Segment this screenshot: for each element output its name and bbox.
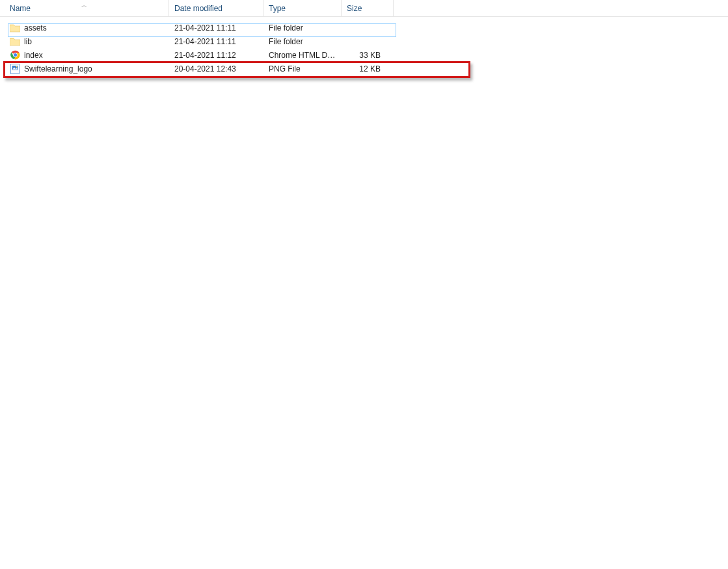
file-name: index [24, 51, 43, 60]
file-name: Swiftelearning_logo [24, 64, 92, 73]
file-row[interactable]: lib 21-04-2021 11:11 File folder [0, 34, 728, 48]
column-header-date-label: Date modified [174, 4, 222, 13]
file-row[interactable]: index 21-04-2021 11:12 Chrome HTML Do… 3… [0, 48, 728, 62]
file-type: File folder [263, 37, 342, 46]
column-header-size[interactable]: Size [342, 0, 394, 16]
column-header-date[interactable]: Date modified [169, 0, 263, 16]
chrome-icon [10, 50, 20, 60]
column-header-name[interactable]: Name ︿ [0, 0, 169, 16]
column-header-name-label: Name [10, 4, 31, 13]
file-list: assets 21-04-2021 11:11 File folder lib … [0, 17, 728, 75]
file-row[interactable]: assets 21-04-2021 11:11 File folder [0, 21, 728, 34]
file-type: PNG File [263, 64, 342, 73]
file-size: 33 KB [342, 51, 394, 60]
file-type: Chrome HTML Do… [263, 51, 342, 60]
file-date: 21-04-2021 11:12 [169, 51, 263, 60]
file-size: 12 KB [342, 64, 394, 73]
folder-icon [10, 36, 20, 47]
column-header-row: Name ︿ Date modified Type Size [0, 0, 728, 17]
file-name: lib [24, 37, 32, 46]
column-header-type-label: Type [269, 4, 286, 13]
file-date: 20-04-2021 12:43 [169, 64, 263, 73]
file-row[interactable]: Swiftelearning_logo 20-04-2021 12:43 PNG… [0, 62, 728, 75]
file-date: 21-04-2021 11:11 [169, 23, 263, 33]
column-header-size-label: Size [347, 4, 362, 13]
folder-icon [10, 23, 20, 33]
file-name: assets [24, 23, 47, 33]
column-header-type[interactable]: Type [263, 0, 342, 16]
image-file-icon [10, 64, 20, 74]
file-type: File folder [263, 23, 342, 33]
sort-ascending-icon: ︿ [81, 1, 87, 10]
svg-point-6 [16, 66, 18, 67]
file-date: 21-04-2021 11:11 [169, 37, 263, 46]
svg-point-2 [13, 53, 16, 57]
